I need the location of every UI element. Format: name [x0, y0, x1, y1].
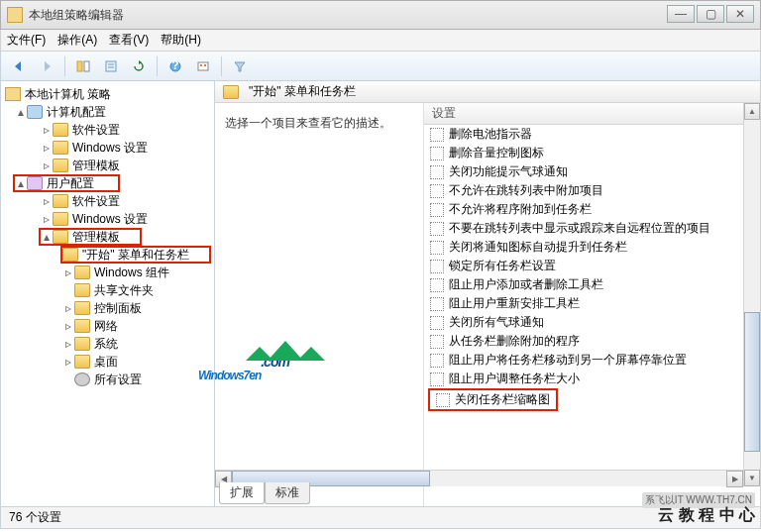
menu-view[interactable]: 查看(V) — [109, 32, 149, 49]
setting-item[interactable]: 阻止用户调整任务栏大小 — [424, 370, 760, 388]
menu-help[interactable]: 帮助(H) — [161, 32, 201, 49]
tree-user-config[interactable]: ▴ 用户配置 — [13, 174, 120, 192]
scroll-track[interactable] — [744, 120, 760, 470]
description-text: 选择一个项目来查看它的描述。 — [225, 115, 413, 132]
menu-action[interactable]: 操作(A) — [57, 32, 97, 49]
policy-setting-icon — [436, 393, 450, 407]
expand-icon: ▹ — [62, 301, 74, 315]
expand-icon: ▹ — [41, 212, 53, 226]
tree-pane: 本地计算机 策略 ▴ 计算机配置 ▹软件设置 ▹Windows 设置 ▹管理模板… — [1, 81, 215, 506]
setting-item[interactable]: 从任务栏删除附加的程序 — [424, 332, 760, 351]
folder-icon — [74, 266, 90, 279]
policy-setting-icon — [430, 203, 444, 217]
tree-computer-config[interactable]: ▴ 计算机配置 — [1, 103, 214, 121]
tab-standard[interactable]: 标准 — [265, 482, 310, 504]
setting-item[interactable]: 阻止用户添加或者删除工具栏 — [424, 275, 760, 294]
back-button[interactable] — [7, 55, 31, 77]
column-header-settings[interactable]: 设置 — [424, 103, 760, 125]
setting-item[interactable]: 阻止用户重新安排工具栏 — [424, 294, 760, 313]
setting-item[interactable]: 不允许将程序附加到任务栏 — [424, 200, 760, 219]
tree-node[interactable]: ▹系统 — [1, 335, 214, 353]
details-title: "开始" 菜单和任务栏 — [249, 83, 356, 100]
setting-label: 关闭所有气球通知 — [449, 314, 544, 331]
gear-icon — [74, 372, 90, 386]
tree-root[interactable]: 本地计算机 策略 — [1, 85, 214, 103]
tree-node[interactable]: ▹管理模板 — [1, 157, 214, 174]
setting-label: 不允许在跳转列表中附加项目 — [449, 182, 603, 199]
filter-button[interactable] — [228, 55, 252, 77]
tree-node[interactable]: ▹软件设置 — [1, 192, 214, 210]
policy-setting-icon — [430, 278, 444, 292]
svg-rect-7 — [198, 62, 208, 70]
settings-list: 删除电池指示器删除音量控制图标关闭功能提示气球通知不允许在跳转列表中附加项目不允… — [424, 125, 760, 506]
export-button[interactable] — [191, 55, 215, 77]
policy-root-icon — [5, 87, 21, 101]
refresh-button[interactable] — [127, 55, 151, 77]
tree-start-taskbar[interactable]: "开始" 菜单和任务栏 — [60, 246, 211, 264]
tree-node[interactable]: 共享文件夹 — [1, 281, 214, 299]
tree-admin-templates[interactable]: ▴ 管理模板 — [39, 228, 142, 246]
minimize-button[interactable]: — — [667, 5, 695, 23]
setting-label: 不允许将程序附加到任务栏 — [449, 201, 592, 218]
menubar: 文件(F) 操作(A) 查看(V) 帮助(H) — [0, 30, 761, 52]
setting-item[interactable]: 关闭所有气球通知 — [424, 313, 760, 332]
collapse-icon: ▴ — [15, 176, 27, 190]
setting-label: 锁定所有任务栏设置 — [449, 258, 556, 274]
setting-label: 关闭将通知图标自动提升到任务栏 — [449, 239, 627, 256]
tree-node[interactable]: ▹Windows 组件 — [1, 264, 214, 281]
setting-label: 阻止用户将任务栏移动到另一个屏幕停靠位置 — [449, 352, 687, 369]
expand-icon: ▹ — [41, 123, 53, 137]
setting-label: 删除音量控制图标 — [449, 145, 544, 161]
setting-item[interactable]: 删除音量控制图标 — [424, 144, 760, 162]
toolbar: ? — [0, 52, 761, 81]
setting-item[interactable]: 不要在跳转列表中显示或跟踪来自远程位置的项目 — [424, 219, 760, 238]
show-hide-tree-button[interactable] — [71, 55, 95, 77]
folder-icon — [74, 301, 90, 315]
setting-item[interactable]: 不允许在跳转列表中附加项目 — [424, 181, 760, 200]
setting-item[interactable]: 关闭将通知图标自动提升到任务栏 — [424, 238, 760, 257]
policy-setting-icon — [430, 241, 444, 255]
setting-item[interactable]: 关闭功能提示气球通知 — [424, 162, 760, 181]
policy-setting-icon — [430, 165, 444, 179]
menu-file[interactable]: 文件(F) — [7, 32, 46, 49]
expand-icon: ▹ — [62, 337, 74, 351]
folder-icon — [53, 123, 68, 137]
setting-item[interactable]: 锁定所有任务栏设置 — [424, 257, 760, 275]
folder-icon — [74, 283, 90, 297]
help-button[interactable]: ? — [163, 55, 187, 77]
setting-item[interactable]: 关闭任务栏缩略图 — [430, 390, 556, 409]
expand-icon: ▹ — [41, 159, 53, 172]
tab-extended[interactable]: 扩展 — [219, 482, 265, 504]
tree-node[interactable]: ▹网络 — [1, 317, 214, 335]
properties-button[interactable] — [99, 55, 123, 77]
maximize-button[interactable]: ▢ — [697, 5, 724, 23]
folder-icon — [74, 337, 90, 351]
tree-node[interactable]: ▹控制面板 — [1, 299, 214, 317]
tree-all-settings[interactable]: 所有设置 — [1, 371, 214, 388]
scroll-up-button[interactable]: ▲ — [744, 103, 760, 120]
close-button[interactable]: ✕ — [726, 5, 754, 23]
svg-text:?: ? — [171, 59, 178, 72]
collapse-icon: ▴ — [41, 230, 53, 244]
expand-icon: ▹ — [62, 266, 74, 279]
folder-icon — [223, 85, 239, 99]
tree-node[interactable]: ▹软件设置 — [1, 121, 214, 139]
expand-icon: ▹ — [41, 141, 53, 155]
forward-button[interactable] — [35, 55, 58, 77]
scroll-thumb[interactable] — [744, 312, 760, 452]
credit-text: 云 教 程 中 心 — [658, 505, 755, 526]
scroll-down-button[interactable]: ▼ — [744, 470, 760, 486]
vertical-scrollbar[interactable]: ▲ ▼ — [743, 103, 760, 486]
settings-column: 设置 删除电池指示器删除音量控制图标关闭功能提示气球通知不允许在跳转列表中附加项… — [423, 103, 760, 506]
tree-node[interactable]: ▹桌面 — [1, 353, 214, 371]
setting-item[interactable]: 阻止用户将任务栏移动到另一个屏幕停靠位置 — [424, 351, 760, 370]
setting-item[interactable]: 删除电池指示器 — [424, 125, 760, 144]
svg-rect-8 — [200, 64, 202, 66]
policy-setting-icon — [430, 147, 444, 160]
tree-node[interactable]: ▹Windows 设置 — [1, 210, 214, 228]
collapse-icon: ▴ — [15, 105, 27, 119]
tree-node[interactable]: ▹Windows 设置 — [1, 139, 214, 157]
svg-rect-0 — [77, 61, 82, 71]
policy-tree: 本地计算机 策略 ▴ 计算机配置 ▹软件设置 ▹Windows 设置 ▹管理模板… — [1, 81, 214, 392]
scroll-right-button[interactable]: ▶ — [726, 471, 743, 487]
